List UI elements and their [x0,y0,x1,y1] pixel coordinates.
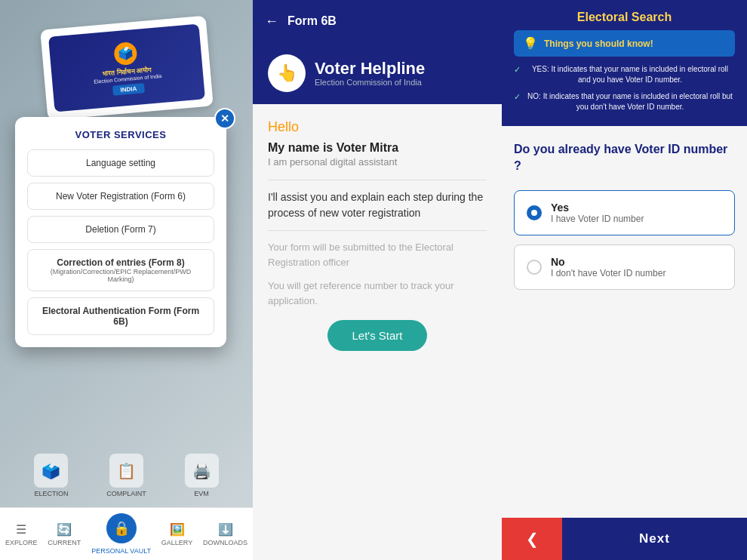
close-popup-button[interactable]: ✕ [214,108,235,129]
info-row-yes: ✓ YES: It indicates that your name is in… [514,61,735,88]
divider-1 [268,180,487,180]
right-content: Do you already have Voter ID number ? Ye… [502,126,747,518]
question-text: Do you already have Voter ID number ? [514,141,735,175]
right-header: Electoral Search 💡 Things you should kno… [502,0,747,126]
service-language-setting[interactable]: Language setting [27,149,214,177]
option-yes-text: Yes I have Voter ID number [551,202,644,224]
service-form6b[interactable]: Electoral Authentication Form (Form 6B) [27,297,214,335]
check-icon-yes: ✓ [514,65,521,75]
gallery-label: GALLERY [161,539,192,546]
know-label: Things you should know! [544,38,653,49]
bulb-icon: 💡 [523,36,538,51]
vh-logo-icon: 👆 [268,54,306,92]
next-label: Next [639,531,670,546]
bottom-nav: ☰ EXPLORE 🔄 CURRENT 🔒 PERSONAL VAULT 🖼️ … [0,507,253,560]
nav-downloads[interactable]: ⬇️ DOWNLOADS [203,522,247,546]
personal-vault-icon: 🔒 [106,513,137,543]
complaint-icon: 📋 [109,454,143,488]
check-icon-no: ✓ [514,92,521,102]
step1-text: I'll assist you and explain each step du… [268,189,487,221]
middle-panel: ← Form 6B 👆 Voter Helpline Election Comm… [253,0,502,560]
option-no-text: No I don't have Voter ID number [551,256,666,278]
downloads-label: DOWNLOADS [203,539,247,546]
back-chevron-icon: ❮ [526,530,539,548]
election-label: ELECTION [34,490,68,497]
middle-header: ← Form 6B [253,0,502,42]
current-label: CURRENT [48,539,81,546]
vh-banner: 👆 Voter Helpline Election Commission of … [253,42,502,104]
election-icon: 🗳️ [34,454,68,488]
evm-label: EVM [194,490,209,497]
nav-personal-vault[interactable]: 🔒 PERSONAL VAULT [91,513,151,555]
gallery-icon: 🖼️ [168,522,186,537]
india-badge: INDIA [112,83,145,96]
current-icon: 🔄 [55,522,73,537]
step2-text: Your form will be submitted to the Elect… [268,240,487,269]
eci-card: 🗳️ भारत निर्वाचन आयोग Election Commissio… [40,16,214,121]
option-no[interactable]: No I don't have Voter ID number [514,245,735,290]
info-text-yes: YES: It indicates that your name is incl… [525,64,735,85]
know-box: 💡 Things you should know! [514,30,735,57]
bottom-icons-row: 🗳️ ELECTION 📋 COMPLAINT 🖨️ EVM [0,448,253,503]
info-row-no: ✓ NO: It indicates that your name is inc… [514,88,735,115]
service-form6[interactable]: New Voter Registration (Form 6) [27,183,214,210]
info-text-no: NO: It indicates that your name is inclu… [525,91,735,112]
right-footer: ❮ Next [502,518,747,560]
eci-logo-icon: 🗳️ [113,41,138,66]
step3-text: You will get reference number to track y… [268,278,487,308]
divider-2 [268,230,487,231]
option-no-label: No [551,256,666,268]
voter-services-popup: ✕ VOTER SERVICES Language setting New Vo… [15,117,226,347]
downloads-icon: ⬇️ [217,522,235,537]
radio-yes-circle [527,205,542,220]
election-icon-item[interactable]: 🗳️ ELECTION [34,454,68,497]
service-form7[interactable]: Deletion (Form 7) [27,216,214,243]
service-form8-sub: (Migration/Correction/EPIC Replacement/P… [37,268,204,283]
nav-gallery[interactable]: 🖼️ GALLERY [161,522,192,546]
service-form8[interactable]: Correction of entries (Form 8) (Migratio… [27,249,214,291]
nav-current[interactable]: 🔄 CURRENT [48,522,81,546]
personal-vault-label: PERSONAL VAULT [91,547,151,555]
explore-icon: ☰ [12,522,30,537]
middle-title: Form 6B [287,14,337,28]
mitra-name: My name is Voter Mitra [268,141,487,155]
complaint-icon-item[interactable]: 📋 COMPLAINT [106,454,146,497]
option-yes-label: Yes [551,202,644,214]
right-panel: Electoral Search 💡 Things you should kno… [502,0,747,560]
evm-icon: 🖨️ [185,454,219,488]
hello-text: Hello [268,119,487,135]
back-arrow-icon[interactable]: ← [265,14,278,29]
left-panel: 🗳️ भारत निर्वाचन आयोग Election Commissio… [0,0,253,560]
option-yes-sub: I have Voter ID number [551,214,644,224]
complaint-label: COMPLAINT [106,490,146,497]
vh-subtitle: Election Commission of India [315,78,425,87]
middle-content: Hello My name is Voter Mitra I am person… [253,104,502,560]
lets-start-button[interactable]: Let's Start [327,320,426,351]
footer-back-button[interactable]: ❮ [502,518,562,560]
mitra-subtitle: I am personal digital assistant [268,156,487,168]
option-no-sub: I don't have Voter ID number [551,268,666,278]
right-header-title: Electoral Search [514,11,735,24]
explore-label: EXPLORE [5,539,38,546]
nav-explore[interactable]: ☰ EXPLORE [5,522,38,546]
option-yes[interactable]: Yes I have Voter ID number [514,190,735,235]
vh-title: Voter Helpline [315,60,425,78]
vh-text: Voter Helpline Election Commission of In… [315,60,425,87]
radio-no-circle [527,260,542,275]
evm-icon-item[interactable]: 🖨️ EVM [185,454,219,497]
next-button[interactable]: Next [562,518,747,560]
popup-header: VOTER SERVICES [27,129,214,140]
